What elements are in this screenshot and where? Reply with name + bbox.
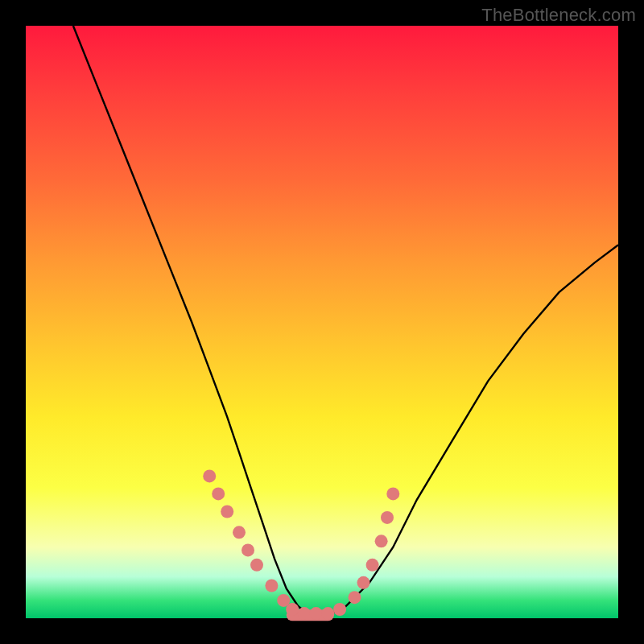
curve-svg	[26, 26, 618, 618]
marker-dot	[357, 576, 370, 589]
marker-dot	[375, 535, 388, 547]
plot-area	[26, 26, 618, 618]
bottleneck-curve-path	[73, 26, 618, 615]
watermark-text: TheBottleneck.com	[481, 5, 636, 26]
marker-dot	[333, 603, 346, 616]
marker-dot	[233, 526, 246, 539]
marker-dot	[349, 591, 361, 604]
marker-dot	[212, 487, 225, 500]
marker-dot	[366, 559, 379, 572]
marker-dots	[203, 469, 399, 620]
marker-dot	[381, 511, 394, 524]
bottleneck-curve-line	[73, 26, 618, 615]
marker-dot	[221, 506, 233, 518]
marker-dot	[242, 543, 254, 556]
chart-frame: TheBottleneck.com	[0, 0, 644, 644]
marker-dot	[265, 580, 278, 592]
marker-dot	[310, 607, 323, 620]
marker-dot	[321, 607, 334, 620]
marker-dot	[286, 603, 299, 616]
marker-dot	[386, 487, 399, 500]
marker-dot	[203, 469, 216, 482]
marker-dot	[250, 559, 263, 572]
marker-dot	[298, 607, 311, 620]
